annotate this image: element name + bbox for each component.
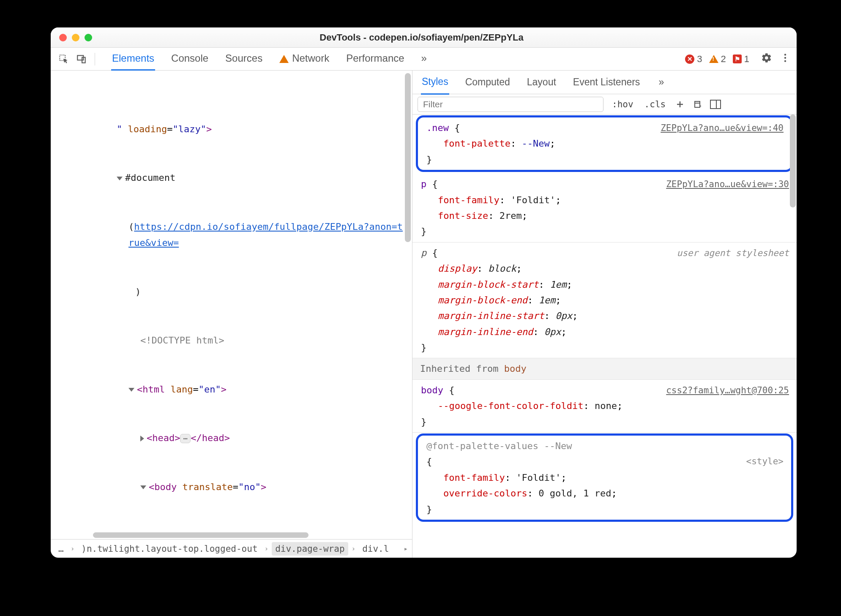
maximize-icon[interactable] xyxy=(85,34,92,41)
filter-input[interactable] xyxy=(418,97,603,112)
css-property: margin-inline-end xyxy=(438,327,533,337)
device-toggle-icon[interactable] xyxy=(74,52,89,66)
hov-button[interactable]: :hov xyxy=(609,98,636,111)
elements-panel: " loading="lazy"> #document (https://cdp… xyxy=(51,71,412,558)
scrollbar-vertical[interactable] xyxy=(405,73,411,242)
kebab-menu[interactable] xyxy=(780,52,791,66)
css-value[interactable]: none xyxy=(595,401,617,411)
css-value[interactable]: 2rem xyxy=(500,210,522,221)
rule-selector[interactable]: p xyxy=(421,179,426,189)
crumb-overflow[interactable]: … xyxy=(55,542,67,556)
document-node[interactable]: #document xyxy=(125,172,175,183)
css-property: margin-block-start xyxy=(438,279,538,290)
doctype-node[interactable]: <!DOCTYPE html> xyxy=(140,335,224,346)
inherited-element[interactable]: body xyxy=(504,363,527,374)
issues-icon: ⚑ xyxy=(733,55,742,63)
rule-source-link[interactable]: ZEPpYLa?ano…ue&view=:40 xyxy=(661,121,784,136)
inherited-label: Inherited from xyxy=(420,363,504,374)
close-icon[interactable] xyxy=(59,34,67,41)
scrollbar-thumb[interactable] xyxy=(93,532,309,538)
tab-computed[interactable]: Computed xyxy=(464,71,511,94)
css-property: margin-inline-start xyxy=(438,311,544,321)
panel-tabs: Elements Console Sources Network Perform… xyxy=(111,47,428,71)
css-value: 1em xyxy=(538,295,555,305)
more-tabs[interactable]: » xyxy=(658,71,665,94)
svg-point-4 xyxy=(784,57,786,58)
cls-button[interactable]: .cls xyxy=(642,98,669,111)
more-tabs[interactable]: » xyxy=(420,47,428,71)
tab-network[interactable]: Network xyxy=(279,47,330,71)
css-property: display xyxy=(438,263,477,274)
error-count[interactable]: ✕3 xyxy=(685,54,702,65)
css-property[interactable]: --google-font-color-foldit xyxy=(438,401,583,411)
rule-selector: p xyxy=(421,248,426,258)
css-value[interactable]: --New xyxy=(522,138,549,149)
settings-button[interactable] xyxy=(761,52,772,66)
svg-point-3 xyxy=(784,54,786,55)
window-title: DevTools - codepen.io/sofiayem/pen/ZEPpY… xyxy=(97,32,788,43)
crumb-item-selected[interactable]: div.page-wrap xyxy=(272,542,348,556)
divider xyxy=(95,53,95,65)
chevron-right-icon: › xyxy=(265,545,269,553)
tab-layout[interactable]: Layout xyxy=(526,71,557,94)
warning-icon xyxy=(709,55,718,63)
css-property[interactable]: font-family xyxy=(438,195,500,205)
document-url[interactable]: https://cdpn.io/sofiayem/fullpage/ZEPpYL… xyxy=(128,221,403,248)
warning-icon xyxy=(279,55,289,63)
highlighted-rule-2: <style> @font-palette-values --New { fon… xyxy=(416,433,793,522)
css-value[interactable]: 0 gold, 1 red xyxy=(538,488,611,499)
main-content: " loading="lazy"> #document (https://cdp… xyxy=(51,71,797,558)
tab-console[interactable]: Console xyxy=(170,47,209,71)
breadcrumb: … › )n.twilight.layout-top.logged-out › … xyxy=(51,539,412,558)
crumb-item[interactable]: )n.twilight.layout-top.logged-out xyxy=(78,542,261,556)
rule-source: <style> xyxy=(746,454,784,469)
styles-toolbar: :hov .cls xyxy=(412,94,797,114)
scrollbar-horizontal[interactable] xyxy=(51,531,412,539)
crumb-item[interactable]: div.l xyxy=(359,542,392,556)
warning-count-value: 2 xyxy=(721,54,726,65)
css-property: margin-block-end xyxy=(438,295,527,305)
styles-panel: Styles Computed Layout Event Listeners »… xyxy=(412,71,797,558)
copy-styles-icon[interactable] xyxy=(692,98,704,110)
chevron-right-icon: ▸ xyxy=(404,545,408,553)
css-value[interactable]: 'Foldit' xyxy=(511,195,555,205)
styles-rules[interactable]: ZEPpYLa?ano…ue&view=:40 .new { font-pale… xyxy=(412,114,797,558)
sidebar-tabs: Styles Computed Layout Event Listeners » xyxy=(412,71,797,94)
main-toolbar: Elements Console Sources Network Perform… xyxy=(51,48,797,71)
css-property[interactable]: font-size xyxy=(438,210,488,221)
css-value[interactable]: 'Foldit' xyxy=(516,472,561,483)
tab-sources[interactable]: Sources xyxy=(224,47,263,71)
tab-event-listeners[interactable]: Event Listeners xyxy=(572,71,641,94)
tab-performance[interactable]: Performance xyxy=(345,47,405,71)
css-property[interactable]: font-palette xyxy=(443,138,511,149)
rule-selector[interactable]: .new xyxy=(426,123,449,133)
warning-count[interactable]: 2 xyxy=(709,54,726,65)
devtools-window: DevTools - codepen.io/sofiayem/pen/ZEPpY… xyxy=(51,27,797,558)
at-rule-header[interactable]: @font-palette-values --New xyxy=(426,438,785,454)
computed-sidebar-icon[interactable] xyxy=(710,98,721,110)
ellipsis-icon[interactable]: ⋯ xyxy=(180,434,191,443)
svg-point-5 xyxy=(784,60,786,62)
new-style-rule-icon[interactable] xyxy=(674,98,686,110)
css-value: 0px xyxy=(555,311,572,321)
minimize-icon[interactable] xyxy=(72,34,79,41)
tab-elements[interactable]: Elements xyxy=(111,47,155,71)
issues-count[interactable]: ⚑1 xyxy=(733,54,749,65)
css-property[interactable]: override-colors xyxy=(443,488,527,499)
chevron-right-icon: › xyxy=(71,545,75,553)
titlebar: DevTools - codepen.io/sofiayem/pen/ZEPpY… xyxy=(51,27,797,48)
dom-tree[interactable]: " loading="lazy"> #document (https://cdp… xyxy=(51,71,412,531)
rule-selector[interactable]: body xyxy=(421,385,443,395)
issue-counts: ✕3 2 ⚑1 xyxy=(685,54,749,65)
style-rule: ZEPpYLa?ano…ue&view=:30 p { font-family:… xyxy=(412,174,797,243)
rule-source-link[interactable]: ZEPpYLa?ano…ue&view=:30 xyxy=(666,177,789,192)
rule-source-link[interactable]: css2?family…wght@700:25 xyxy=(666,383,789,398)
issues-count-value: 1 xyxy=(744,54,749,65)
style-rule: css2?family…wght@700:25 body { --google-… xyxy=(412,380,797,433)
svg-rect-7 xyxy=(710,100,721,109)
css-value: 1em xyxy=(550,279,567,290)
css-property[interactable]: font-family xyxy=(443,472,505,483)
chevron-right-icon: › xyxy=(352,545,356,553)
inspect-icon[interactable] xyxy=(57,52,71,66)
tab-styles[interactable]: Styles xyxy=(421,70,449,95)
